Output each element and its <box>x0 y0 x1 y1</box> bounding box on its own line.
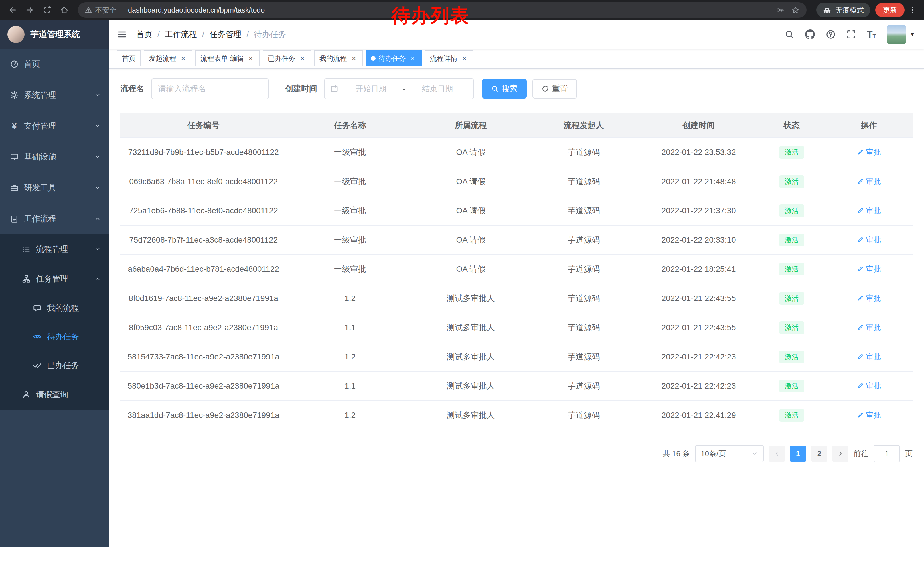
approve-button[interactable]: 审批 <box>857 293 881 303</box>
approve-button[interactable]: 审批 <box>857 206 881 216</box>
cell-status: 激活 <box>758 342 825 371</box>
cell-name: 一级审批 <box>286 196 413 225</box>
approve-button[interactable]: 审批 <box>857 264 881 274</box>
approve-button[interactable]: 审批 <box>857 410 881 420</box>
close-tab-icon[interactable]: × <box>247 54 255 62</box>
bookmark-star-icon[interactable] <box>791 6 800 14</box>
sidebar-item-done-task[interactable]: 已办任务 <box>0 351 109 380</box>
edit-icon <box>857 236 864 243</box>
github-icon[interactable] <box>805 30 815 39</box>
status-badge: 激活 <box>779 146 804 159</box>
font-size-icon[interactable]: TT <box>867 30 876 39</box>
close-tab-icon[interactable]: × <box>298 54 306 62</box>
date-range-picker[interactable]: 开始日期 - 结束日期 <box>324 78 474 99</box>
cell-name: 一级审批 <box>286 255 413 284</box>
cell-action: 审批 <box>825 225 912 255</box>
cell-id: 381aa1dd-7ac8-11ec-a9e2-a2380e71991a <box>120 401 286 430</box>
tab-home[interactable]: 首页 <box>117 50 141 66</box>
browser-menu-icon[interactable] <box>906 6 920 14</box>
prev-page-button[interactable] <box>769 446 785 462</box>
sidebar-item-process-mgmt[interactable]: 流程管理 <box>0 234 109 264</box>
active-tab-dot <box>371 56 375 61</box>
eye-icon <box>33 332 42 341</box>
cell-initiator: 芋道源码 <box>528 255 639 284</box>
back-icon[interactable] <box>4 2 21 18</box>
chevron-up-icon <box>94 276 101 282</box>
sidebar-item-system[interactable]: 系统管理 <box>0 80 109 111</box>
approve-button[interactable]: 审批 <box>857 235 881 245</box>
close-tab-icon[interactable]: × <box>179 54 187 62</box>
close-tab-icon[interactable]: × <box>409 54 417 62</box>
home-icon[interactable] <box>56 2 72 18</box>
help-icon[interactable] <box>826 30 836 39</box>
goto-suffix: 页 <box>905 449 912 459</box>
tab-form-edit[interactable]: 流程表单-编辑× <box>195 50 260 66</box>
page-button-2[interactable]: 2 <box>811 446 827 462</box>
sidebar-item-dev-tools[interactable]: 研发工具 <box>0 173 109 203</box>
edit-icon <box>857 324 864 331</box>
tab-todo-task[interactable]: 待办任务× <box>366 50 422 66</box>
search-icon[interactable] <box>784 30 794 39</box>
chevron-down-icon <box>94 154 101 160</box>
fullscreen-icon[interactable] <box>846 30 856 39</box>
sidebar-item-label: 系统管理 <box>24 90 56 101</box>
close-tab-icon[interactable]: × <box>350 54 358 62</box>
tab-label: 首页 <box>122 54 136 63</box>
page-button-1[interactable]: 1 <box>790 446 806 462</box>
sidebar-item-task-mgmt[interactable]: 任务管理 <box>0 264 109 294</box>
tab-my-process[interactable]: 我的流程× <box>314 50 363 66</box>
tab-done-task[interactable]: 已办任务× <box>263 50 311 66</box>
breadcrumb-item[interactable]: 首页 <box>136 29 152 40</box>
breadcrumb-item[interactable]: 工作流程 <box>165 29 197 40</box>
approve-button[interactable]: 审批 <box>857 381 881 391</box>
sidebar-item-label: 首页 <box>24 59 40 70</box>
approve-button[interactable]: 审批 <box>857 176 881 186</box>
sidebar-item-home[interactable]: 首页 <box>0 49 109 80</box>
hamburger-icon[interactable] <box>117 29 127 39</box>
goto-page-input[interactable]: 1 <box>874 445 900 462</box>
reset-button[interactable]: 重置 <box>532 79 577 99</box>
sidebar-item-todo-task[interactable]: 待办任务 <box>0 323 109 351</box>
close-tab-icon[interactable]: × <box>460 54 468 62</box>
tab-label: 我的流程 <box>320 54 347 63</box>
table-row: 75d72608-7b7f-11ec-a3c8-acde48001122一级审批… <box>120 225 912 255</box>
update-button[interactable]: 更新 <box>875 3 904 17</box>
approve-button[interactable]: 审批 <box>857 147 881 157</box>
tab-start-process[interactable]: 发起流程× <box>144 50 192 66</box>
cell-id: a6aba0a4-7b6d-11ec-b781-acde48001122 <box>120 255 286 284</box>
tab-process-detail[interactable]: 流程详情× <box>425 50 474 66</box>
chevron-down-icon <box>751 450 758 457</box>
sidebar-item-my-process[interactable]: 我的流程 <box>0 294 109 323</box>
cell-id: 75d72608-7b7f-11ec-a3c8-acde48001122 <box>120 225 286 255</box>
chevron-down-icon <box>94 123 101 129</box>
sidebar-item-label: 我的流程 <box>47 303 79 314</box>
total-count: 共 16 条 <box>663 449 690 459</box>
app-logo: 芋道管理系统 <box>0 20 109 49</box>
page-size-select[interactable]: 10条/页 <box>695 445 764 462</box>
cell-action: 审批 <box>825 167 912 196</box>
user-avatar[interactable]: ▼ <box>887 25 915 44</box>
sidebar-item-payment[interactable]: ¥支付管理 <box>0 111 109 141</box>
process-name-input[interactable]: 请输入流程名 <box>151 78 269 99</box>
cell-initiator: 芋道源码 <box>528 371 639 401</box>
status-badge: 激活 <box>779 292 804 305</box>
forward-icon[interactable] <box>22 2 38 18</box>
password-key-icon[interactable] <box>776 6 784 14</box>
cell-id: 069c6a63-7b8a-11ec-8ef0-acde48001122 <box>120 167 286 196</box>
cell-initiator: 芋道源码 <box>528 401 639 430</box>
cell-status: 激活 <box>758 284 825 313</box>
status-badge: 激活 <box>779 321 804 334</box>
search-button[interactable]: 搜索 <box>482 79 527 99</box>
approve-button[interactable]: 审批 <box>857 323 881 332</box>
sidebar-item-workflow[interactable]: 工作流程 <box>0 203 109 234</box>
sidebar-item-infrastructure[interactable]: 基础设施 <box>0 141 109 173</box>
breadcrumb-item[interactable]: 任务管理 <box>210 29 242 40</box>
next-page-button[interactable] <box>832 446 848 462</box>
approve-button[interactable]: 审批 <box>857 352 881 362</box>
edit-icon <box>857 178 864 185</box>
tab-label: 流程表单-编辑 <box>200 54 244 63</box>
sidebar-item-leave-query[interactable]: 请假查询 <box>0 380 109 410</box>
status-badge: 激活 <box>779 263 804 275</box>
reload-icon[interactable] <box>39 2 55 18</box>
cell-initiator: 芋道源码 <box>528 167 639 196</box>
